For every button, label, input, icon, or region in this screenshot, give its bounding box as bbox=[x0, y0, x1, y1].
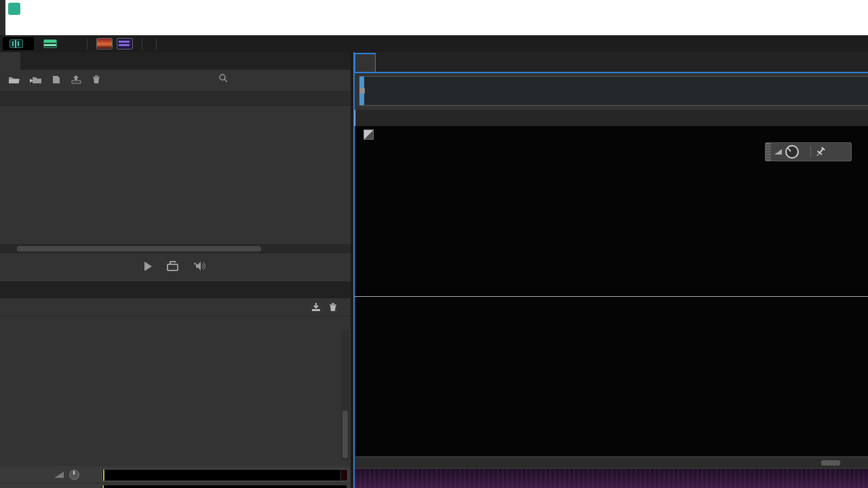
tab-files[interactable] bbox=[0, 52, 20, 70]
gain-hud[interactable] bbox=[765, 142, 852, 161]
meter-tick bbox=[103, 470, 104, 481]
hud-ramp-icon bbox=[774, 149, 782, 155]
scrollbar-thumb[interactable] bbox=[342, 411, 348, 458]
preset-actions bbox=[303, 303, 345, 313]
scrollbar-thumb[interactable] bbox=[821, 460, 840, 466]
open-file-button[interactable] bbox=[8, 75, 20, 84]
files-panel-tabs bbox=[0, 52, 351, 70]
navigator-marker bbox=[359, 88, 365, 94]
files-toolbar bbox=[0, 70, 351, 89]
search-button[interactable] bbox=[218, 73, 229, 83]
play-icon[interactable] bbox=[144, 262, 152, 271]
fade-in-handle[interactable] bbox=[363, 129, 374, 140]
playhead-marker[interactable] bbox=[355, 110, 355, 126]
waveform-icon bbox=[9, 39, 23, 48]
trash-icon-button[interactable] bbox=[92, 75, 100, 84]
delete-preset-trash-icon[interactable] bbox=[329, 303, 337, 313]
scrollbar-thumb[interactable] bbox=[17, 246, 261, 251]
editor-panel bbox=[353, 52, 868, 488]
waveform bbox=[355, 126, 868, 456]
title-bar bbox=[0, 0, 868, 18]
save-preset-icon[interactable] bbox=[311, 303, 321, 313]
zoom-navigator[interactable] bbox=[359, 76, 868, 106]
rack-vertical-scrollbar[interactable] bbox=[341, 331, 349, 461]
left-panel-column bbox=[0, 52, 351, 488]
insert-into-multitrack-button[interactable] bbox=[71, 75, 83, 84]
tab-mixer[interactable] bbox=[376, 54, 391, 72]
pin-icon[interactable] bbox=[816, 147, 825, 157]
output-level-meter bbox=[102, 485, 347, 488]
clip-indicator bbox=[340, 470, 347, 481]
toolbar-separator bbox=[142, 38, 142, 49]
rack-panel-tabs bbox=[0, 281, 351, 298]
app-logo bbox=[8, 3, 20, 15]
input-level-meter bbox=[102, 469, 348, 481]
menu-bar bbox=[0, 18, 868, 35]
files-horizontal-scrollbar[interactable] bbox=[0, 244, 351, 253]
import-file-button[interactable] bbox=[30, 75, 42, 84]
effects-rack-panel bbox=[0, 279, 351, 488]
navigator-waveform bbox=[359, 77, 868, 105]
toolbar-separator bbox=[156, 38, 157, 49]
files-column-header[interactable] bbox=[0, 91, 351, 106]
hud-separator bbox=[810, 146, 811, 157]
auto-play-speaker-icon[interactable] bbox=[194, 261, 207, 272]
waveform-display-icon[interactable] bbox=[96, 38, 113, 49]
multitrack-icon bbox=[43, 39, 57, 48]
output-row-partial bbox=[0, 484, 351, 488]
waveform-view-button[interactable] bbox=[3, 37, 34, 50]
tab-favorites[interactable] bbox=[20, 52, 37, 70]
spectral-display-icon[interactable] bbox=[117, 38, 133, 49]
editor-horizontal-scrollbar[interactable] bbox=[355, 458, 868, 468]
loop-playback-icon[interactable] bbox=[167, 261, 179, 272]
new-file-button[interactable] bbox=[52, 75, 62, 84]
tab-editor[interactable] bbox=[355, 53, 376, 72]
window-edge bbox=[0, 0, 5, 35]
playhead-line bbox=[355, 126, 355, 456]
meter-tick bbox=[102, 485, 104, 488]
waveform-canvas[interactable] bbox=[355, 126, 868, 456]
input-gain-knob[interactable] bbox=[69, 470, 79, 480]
input-ramp-icon bbox=[54, 472, 64, 478]
presets-row bbox=[0, 300, 351, 317]
main-toolbar bbox=[0, 35, 868, 52]
hud-grip[interactable] bbox=[766, 143, 771, 161]
timeline-ruler[interactable] bbox=[355, 110, 868, 126]
files-transport bbox=[0, 255, 351, 278]
editor-panel-tabs bbox=[355, 52, 868, 73]
toolbar-separator bbox=[87, 38, 87, 49]
spectral-frequency-display[interactable] bbox=[355, 469, 868, 488]
hud-gain-knob[interactable] bbox=[785, 145, 799, 159]
multitrack-view-button[interactable] bbox=[37, 37, 68, 50]
